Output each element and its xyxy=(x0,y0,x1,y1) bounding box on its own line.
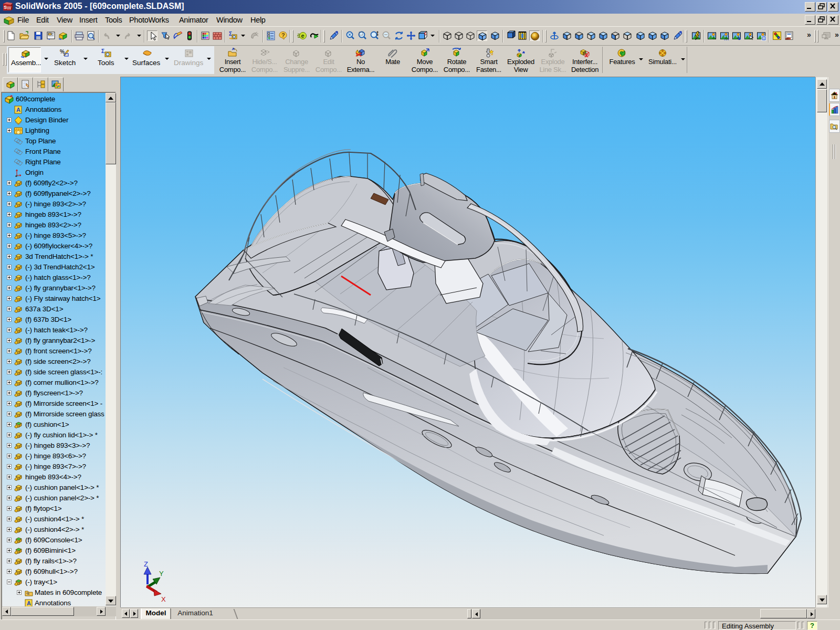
svg-text:Z: Z xyxy=(144,560,148,568)
svg-text:Σ: Σ xyxy=(101,48,104,54)
svg-text:%: % xyxy=(60,49,65,55)
svg-text:A: A xyxy=(16,107,20,113)
svg-text:Y: Y xyxy=(159,570,164,578)
svg-text:X: X xyxy=(161,595,166,603)
svg-text:Σ: Σ xyxy=(229,31,232,37)
svg-text:?: ? xyxy=(281,32,285,38)
svg-text:e: e xyxy=(301,33,304,39)
svg-text:A: A xyxy=(27,600,31,606)
svg-text:W: W xyxy=(7,5,12,10)
